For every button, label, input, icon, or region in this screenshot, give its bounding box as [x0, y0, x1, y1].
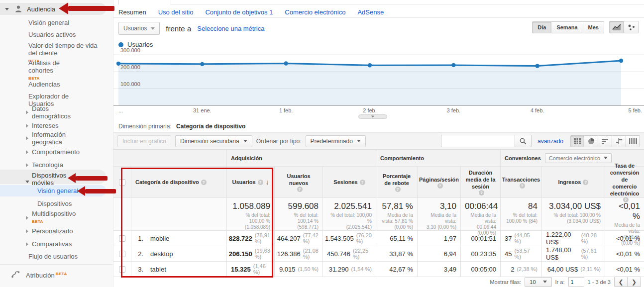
column-header-rebote[interactable]: Porcentaje de rebote? [376, 167, 417, 197]
sidebar-item-dispositivos-moviles[interactable]: Dispositivos móviles [32, 172, 82, 187]
sidebar-item-audiencias[interactable]: Audiencias [28, 81, 60, 88]
subtab-conjunto-objetivos[interactable]: Conjunto de objetivos 1 [205, 8, 273, 16]
column-header-ingresos[interactable]: Ingresos? [541, 167, 605, 197]
goto-page-input[interactable] [568, 277, 584, 287]
expand-icon[interactable] [26, 163, 28, 167]
performance-view-button[interactable] [598, 135, 612, 147]
primary-dimension-value[interactable]: Categoría de dispositivo [176, 123, 245, 130]
timeline-scrubber-handle[interactable] [358, 114, 387, 119]
column-header-transacciones[interactable]: Transacciones? [500, 167, 541, 197]
report-subtabs: Resumen Uso del sitio Conjunto de objeti… [118, 6, 644, 17]
search-icon [520, 138, 527, 145]
expand-icon[interactable] [26, 216, 28, 220]
sidebar-item-multidispositivo[interactable]: Multidispositivo BETA [32, 210, 76, 225]
collapse-icon[interactable] [25, 181, 29, 183]
previous-page-button[interactable]: ❮ [614, 277, 628, 287]
metric-dropdown[interactable]: Usuarios [118, 22, 160, 35]
sidebar-section-label: Audiencia [27, 5, 55, 13]
sidebar-item-datos-demograficos[interactable]: Datos demográficos [32, 105, 88, 120]
subtab-adsense[interactable]: AdSense [357, 8, 384, 16]
sidebar-item-flujo-usuarios[interactable]: Flujo de usuarios [28, 253, 78, 260]
chevron-down-icon [604, 157, 608, 159]
data-view-button[interactable] [570, 135, 584, 147]
plot-rows-button[interactable]: Incluir en gráfico [117, 135, 171, 147]
table-row-tablet[interactable]: 3.tablet 15.325(1,46 %) 9.015(1,50 %) 31… [113, 262, 644, 277]
sort-type-dropdown[interactable]: Predeterminado [306, 135, 366, 147]
sidebar-item-atribucion[interactable]: AtribuciónBETA [26, 270, 67, 279]
pagination-range: 1 - 3 de 3 [588, 279, 611, 285]
column-header-tasa-conversion[interactable]: Tasa de conversión de comercio electróni… [605, 167, 644, 197]
help-icon[interactable]: ? [479, 190, 484, 195]
table-search-input[interactable] [441, 135, 515, 147]
subtab-resumen[interactable]: Resumen [118, 8, 146, 16]
granularity-controls: Día Semana Mes [532, 21, 639, 33]
expand-icon[interactable] [26, 136, 28, 140]
sidebar-item-tecnologia[interactable]: Tecnología [32, 161, 63, 169]
column-header-categoria[interactable]: Categoría de dispositivo? [131, 167, 226, 197]
column-header-duracion[interactable]: Duración media de la sesión? [460, 167, 500, 197]
column-header-usuarios[interactable]: Usuarios?↓ [226, 167, 274, 197]
sidebar-item-informacion-geografica[interactable]: Información geográfica [32, 131, 88, 146]
conversions-type-dropdown[interactable]: Comercio electrónico [545, 153, 612, 163]
total-rebote: 57,81 % Media de la vista: 57,81 %(0,00 … [376, 198, 417, 230]
select-metric-link[interactable]: Seleccione una métrica [197, 25, 264, 32]
table-row-desktop[interactable]: 2.desktop 206.150(19,63 %) 126.386(21,08… [113, 246, 644, 262]
help-icon[interactable]: ? [520, 183, 525, 189]
row-checkbox[interactable] [119, 235, 125, 242]
expand-icon[interactable] [26, 124, 28, 128]
next-page-button[interactable]: ❯ [628, 277, 641, 287]
device-category-value: mobile [150, 235, 169, 242]
sidebar-item-personalizado[interactable]: Personalizado [32, 227, 73, 235]
sidebar-item-intereses[interactable]: Intereses [32, 122, 58, 129]
chart-canvas[interactable] [113, 50, 644, 105]
sidebar-item-analisis-cohortes[interactable]: Análisis de cohortes BETA [28, 59, 78, 82]
table-row-mobile[interactable]: 1.mobile 828.722(78,91 %) 464.207(77,42 … [113, 231, 644, 246]
expand-icon[interactable] [26, 150, 28, 154]
collapse-icon[interactable] [5, 8, 9, 10]
sidebar-item-comparativas[interactable]: Comparativas [32, 240, 72, 248]
subtab-comercio-electronico[interactable]: Comercio electrónico [285, 8, 345, 16]
advanced-search-link[interactable]: avanzado [537, 138, 563, 145]
sidebar-item-usuarios-activos[interactable]: Usuarios activos [28, 31, 76, 38]
active-report-tab[interactable] [118, 0, 171, 4]
sidebar-item-vision-general-moviles[interactable]: Visión general [37, 187, 78, 194]
granularity-month-button[interactable]: Mes [583, 21, 604, 33]
granularity-day-button[interactable]: Día [532, 21, 551, 33]
total-ingresos: 3.034,00 US$ % del total: 100,00 %(3.034… [541, 198, 605, 230]
expand-icon[interactable] [26, 242, 28, 246]
help-icon[interactable]: ? [258, 180, 263, 185]
column-header-usuarios-nuevos[interactable]: Usuarios nuevos? [274, 167, 322, 197]
sidebar-item-vision-general[interactable]: Visión general [28, 19, 69, 26]
rows-per-page-dropdown[interactable]: 10 [525, 277, 551, 287]
percentage-view-button[interactable] [584, 135, 598, 147]
x-axis-labels: ...31 ene.1 feb.2 feb.3 feb.4 feb.5 feb. [113, 107, 644, 114]
table-totals-row: 1.058.089 % del total: 100,00 %(1.058.08… [113, 198, 644, 231]
expand-icon[interactable] [26, 110, 28, 114]
help-icon[interactable]: ? [360, 180, 365, 185]
sidebar-section-audiencia[interactable]: Audiencia [0, 3, 106, 15]
comparison-view-button[interactable] [612, 135, 626, 147]
scatter-view-button[interactable] [624, 21, 639, 33]
subtab-uso-del-sitio[interactable]: Uso del sitio [158, 8, 194, 16]
row-checkbox[interactable] [119, 251, 125, 257]
pivot-view-button[interactable] [626, 135, 640, 147]
granularity-week-button[interactable]: Semana [551, 21, 583, 33]
column-header-sesiones[interactable]: Sesiones? [322, 167, 376, 197]
help-icon[interactable]: ? [395, 187, 401, 192]
report-main: Resumen Uso del sitio Conjunto de objeti… [113, 0, 644, 287]
row-checkbox[interactable] [119, 266, 125, 273]
help-icon[interactable]: ? [583, 180, 588, 185]
search-button[interactable] [515, 135, 532, 147]
total-tasa-conversion: <0,01 % Media de la vista:<0,01 % (0,00 … [605, 198, 644, 230]
sidebar-item-comportamiento[interactable]: Comportamiento [32, 148, 80, 156]
select-all-checkbox[interactable] [119, 179, 125, 186]
help-icon[interactable]: ? [201, 180, 207, 185]
column-header-paginas-sesion[interactable]: Páginas/sesión? [417, 167, 460, 197]
sidebar-item-dispositivos[interactable]: Dispositivos [37, 200, 72, 207]
total-sesiones: 2.025.541 % del total: 100,00 %(2.025.54… [322, 198, 376, 230]
help-icon[interactable]: ? [437, 183, 443, 189]
line-chart-view-button[interactable] [609, 21, 624, 33]
help-icon[interactable]: ? [297, 187, 303, 192]
expand-icon[interactable] [26, 229, 28, 233]
secondary-dimension-dropdown[interactable]: Dimensión secundaria [175, 135, 252, 147]
